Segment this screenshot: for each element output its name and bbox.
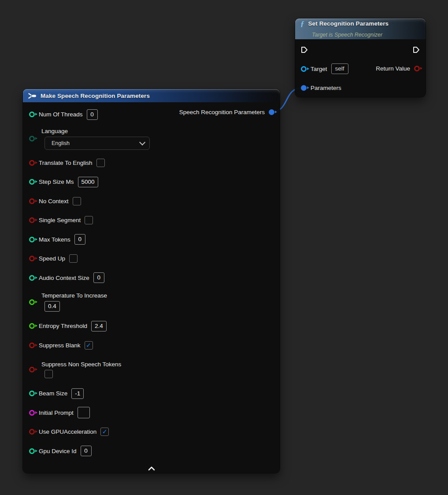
gpu-device-id-input[interactable]: 0: [81, 446, 92, 456]
initial-prompt-input[interactable]: [78, 407, 90, 418]
single-segment-pin[interactable]: [29, 217, 35, 223]
pin-row-suppress-blank: Suppress Blank✓: [23, 336, 280, 355]
pin-row-gpu-device-id: Gpu Device Id0: [23, 442, 280, 461]
suppress-blank-pin[interactable]: [29, 342, 35, 348]
target-pin-label: Target: [311, 66, 327, 72]
pin-label: Use GPUAcceleration: [39, 428, 96, 435]
exec-input-pin[interactable]: [301, 46, 308, 53]
parameters-pin-label: Parameters: [311, 85, 341, 91]
make-node-header[interactable]: Make Speech Recognition Parameters: [23, 89, 280, 102]
use-gpuacceleration-checkbox[interactable]: ✓: [100, 428, 109, 436]
set-recognition-parameters-node[interactable]: ƒ Set Recognition Parameters Target is S…: [295, 19, 426, 97]
output-pin-label: Speech Recognition Parameters: [179, 109, 265, 115]
pin-label: Audio Context Size: [39, 275, 89, 281]
speed-up-pin[interactable]: [29, 256, 35, 261]
use-gpuacceleration-pin[interactable]: [29, 429, 35, 435]
return-value-pin-row: Return Value: [376, 63, 420, 73]
num-of-threads-pin[interactable]: [29, 112, 35, 117]
speed-up-checkbox[interactable]: [69, 254, 78, 263]
pin-row-beam-size: Beam Size-1: [23, 384, 280, 403]
pin-label: Beam Size: [39, 390, 67, 397]
pin-row-temperature-to-increase: Temperature To Increase0.4: [23, 287, 280, 316]
make-struct-icon: [28, 93, 37, 99]
max-tokens-input[interactable]: 0: [74, 234, 85, 245]
set-node-subtitle: Target is Speech Recognizer: [312, 32, 382, 38]
entropy-threshold-input[interactable]: 2.4: [91, 321, 107, 331]
step-size-ms-pin[interactable]: [29, 179, 35, 185]
max-tokens-pin[interactable]: [29, 237, 35, 242]
dropdown-selected-value: English: [52, 140, 70, 146]
initial-prompt-pin[interactable]: [29, 410, 35, 416]
pin-label: Suppress Non Speech Tokens: [41, 361, 121, 368]
pin-row-suppress-non-speech-tokens: Suppress Non Speech Tokens: [23, 355, 280, 384]
language-pin[interactable]: [29, 136, 35, 141]
pin-row-use-gpuacceleration: Use GPUAcceleration✓: [23, 422, 280, 442]
translate-to-english-pin[interactable]: [29, 160, 35, 166]
pin-label: Step Size Ms: [39, 179, 74, 185]
pin-row-language: LanguageEnglish: [23, 124, 280, 153]
entropy-threshold-pin[interactable]: [29, 323, 35, 329]
function-icon: ƒ: [300, 20, 304, 27]
blueprint-canvas[interactable]: Make Speech Recognition Parameters Speec…: [0, 0, 448, 495]
pin-label: Language: [41, 128, 68, 134]
beam-size-pin[interactable]: [29, 391, 35, 396]
make-node-title: Make Speech Recognition Parameters: [41, 93, 150, 99]
target-self-box[interactable]: self: [331, 63, 348, 74]
output-pin-row: Speech Recognition Parameters: [179, 107, 274, 117]
pin-label: Gpu Device Id: [39, 448, 77, 454]
make-pin-rows: Num Of Threads0LanguageEnglishTranslate …: [23, 102, 280, 461]
single-segment-checkbox[interactable]: [85, 216, 93, 224]
pin-label: Max Tokens: [39, 236, 70, 243]
target-pin-row: Target self: [301, 63, 348, 74]
chevron-up-icon[interactable]: [148, 466, 156, 471]
pin-label: No Context: [39, 198, 69, 205]
temperature-to-increase-pin[interactable]: [29, 299, 35, 305]
return-value-label: Return Value: [376, 65, 410, 72]
set-node-title: Set Recognition Parameters: [308, 20, 389, 27]
return-value-output-pin[interactable]: [414, 66, 420, 71]
make-speech-recognition-parameters-node[interactable]: Make Speech Recognition Parameters Speec…: [23, 89, 280, 473]
speech-recognition-parameters-output-pin[interactable]: [269, 109, 274, 115]
pin-row-translate-to-english: Translate To English: [23, 153, 280, 173]
pin-label: Temperature To Increase: [41, 292, 107, 299]
pin-label: Num Of Threads: [39, 111, 83, 118]
pin-row-max-tokens: Max Tokens0: [23, 230, 280, 249]
chevron-down-icon: [139, 139, 145, 145]
pin-label: Single Segment: [39, 217, 81, 223]
suppress-non-speech-tokens-checkbox[interactable]: [44, 370, 53, 378]
pin-row-no-context: No Context: [23, 192, 280, 211]
step-size-ms-input[interactable]: 5000: [78, 177, 98, 187]
pin-row-audio-context-size: Audio Context Size0: [23, 268, 280, 288]
parameters-input-pin[interactable]: [301, 85, 307, 91]
pin-label: Initial Prompt: [39, 409, 74, 416]
pin-label: Speed Up: [39, 255, 65, 262]
language-dropdown[interactable]: English: [44, 137, 150, 150]
pin-row-entropy-threshold: Entropy Threshold2.4: [23, 316, 280, 336]
no-context-checkbox[interactable]: [73, 197, 81, 205]
pin-row-single-segment: Single Segment: [23, 211, 280, 230]
pin-row-initial-prompt: Initial Prompt: [23, 403, 280, 423]
suppress-non-speech-tokens-pin[interactable]: [29, 367, 35, 372]
pin-label: Translate To English: [39, 160, 93, 166]
temperature-to-increase-input[interactable]: 0.4: [44, 301, 60, 312]
no-context-pin[interactable]: [29, 198, 35, 204]
audio-context-size-input[interactable]: 0: [93, 272, 104, 283]
parameters-pin-row: Parameters: [301, 83, 341, 93]
beam-size-input[interactable]: -1: [71, 388, 84, 399]
gpu-device-id-pin[interactable]: [29, 448, 35, 454]
translate-to-english-checkbox[interactable]: [96, 159, 105, 167]
audio-context-size-pin[interactable]: [29, 275, 35, 281]
exec-output-pin[interactable]: [413, 46, 420, 53]
pin-row-speed-up: Speed Up: [23, 249, 280, 268]
target-input-pin[interactable]: [301, 66, 307, 72]
num-of-threads-input[interactable]: 0: [87, 109, 98, 120]
pin-label: Entropy Threshold: [39, 323, 87, 329]
set-node-header[interactable]: ƒ Set Recognition Parameters Target is S…: [295, 19, 426, 39]
suppress-blank-checkbox[interactable]: ✓: [85, 341, 93, 350]
pin-label: Suppress Blank: [39, 342, 81, 349]
pin-row-step-size-ms: Step Size Ms5000: [23, 172, 280, 192]
